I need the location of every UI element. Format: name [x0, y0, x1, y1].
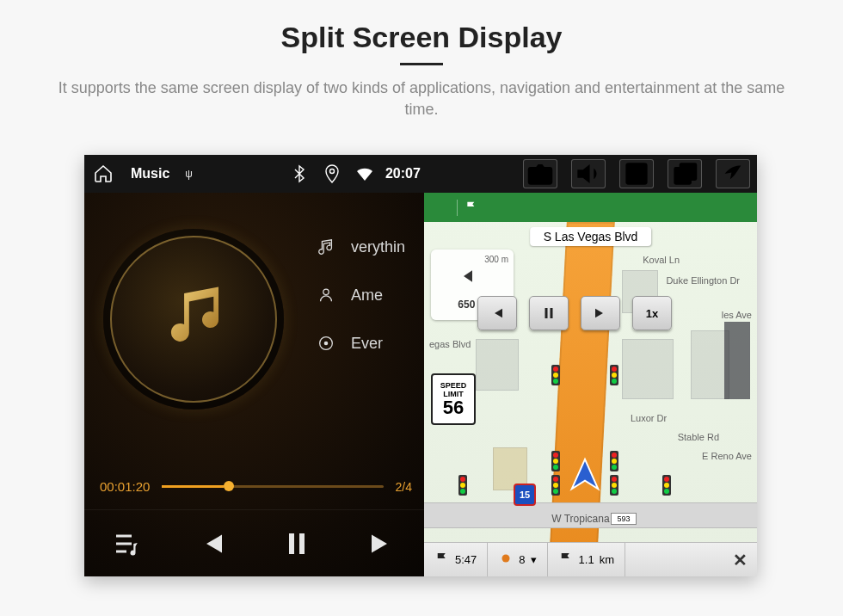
progress-thumb[interactable] — [224, 481, 234, 491]
speed-label-1: SPEED — [440, 381, 467, 390]
music-pane: verythin Ame Ever 00:01:20 2/4 — [84, 193, 424, 576]
traffic-light-icon — [458, 475, 467, 496]
music-controls — [84, 509, 424, 576]
eta-value: 5:47 — [455, 553, 477, 566]
sim-speed-button[interactable]: 1x — [632, 296, 672, 330]
traffic-light-icon — [551, 365, 560, 385]
title-underline — [400, 63, 443, 65]
svg-rect-12 — [551, 308, 553, 318]
street-label: Duke Ellington Dr — [666, 275, 740, 286]
track-label: verythin — [351, 238, 405, 256]
page-subtitle: It supports the same screen display of t… — [0, 77, 843, 120]
traffic-light-icon — [610, 365, 618, 385]
traffic-light-icon — [610, 475, 618, 496]
turn-sub-dist: 300 — [484, 255, 499, 264]
turn-main-dist: 650 — [458, 299, 475, 311]
progress-track[interactable] — [162, 485, 383, 488]
current-road-label: S Las Vegas Blvd — [530, 227, 652, 246]
status-bar: Music ψ 20:07 — [84, 155, 757, 193]
recent-apps-button[interactable] — [668, 159, 702, 188]
track-list: verythin Ame Ever — [315, 237, 417, 353]
lane-icon — [436, 200, 450, 216]
sim-playback-controls: 1x — [477, 296, 672, 330]
chevron-down-icon: ▾ — [531, 553, 537, 566]
svg-point-13 — [502, 555, 510, 563]
track-item[interactable]: Ever — [315, 334, 417, 353]
svg-rect-10 — [299, 533, 305, 554]
flag-icon — [558, 551, 574, 569]
map-bottom-bar: 5:47 8 ▾ 1.1 km ✕ — [424, 542, 757, 576]
street-label: Stable Rd — [678, 432, 719, 442]
traffic-light-icon — [551, 451, 560, 471]
traffic-light-icon — [662, 475, 671, 496]
map-close-button[interactable]: ✕ — [723, 543, 757, 576]
screenshot-button[interactable] — [523, 159, 557, 188]
distance-value: 1.1 — [579, 553, 594, 566]
person-icon — [315, 286, 337, 305]
street-label: les Ave — [722, 310, 752, 320]
close-icon: ✕ — [733, 550, 748, 570]
building-icon — [622, 339, 674, 399]
exit-number: 593 — [611, 513, 637, 525]
playlist-button[interactable] — [102, 520, 151, 568]
speed-value: 56 — [443, 398, 464, 417]
close-app-button[interactable] — [619, 159, 654, 188]
traffic-light-icon — [551, 475, 560, 496]
highway-shield: 15 — [514, 484, 536, 506]
note-icon — [315, 237, 337, 256]
location-icon — [320, 162, 344, 186]
device-frame: Music ψ 20:07 — [84, 155, 757, 576]
page-title: Split Screen Display — [0, 0, 843, 54]
progress-bar[interactable]: 00:01:20 2/4 — [100, 479, 412, 494]
gps-cursor-icon — [565, 456, 605, 499]
map-topbar — [424, 193, 757, 222]
sim-pause-button[interactable] — [529, 296, 569, 330]
track-item[interactable]: Ame — [315, 286, 417, 305]
flag-icon — [465, 200, 478, 216]
street-label: egas Blvd — [429, 339, 471, 349]
pause-button[interactable] — [273, 520, 321, 568]
back-button[interactable] — [716, 159, 750, 188]
bluetooth-icon — [287, 162, 311, 186]
flag-icon — [434, 551, 450, 569]
volume-button[interactable] — [571, 159, 606, 188]
track-item[interactable]: verythin — [315, 237, 417, 256]
navigation-pane[interactable]: S Las Vegas Blvd Koval Ln Duke Ellington… — [424, 193, 757, 576]
home-icon[interactable] — [91, 162, 115, 186]
next-button[interactable] — [358, 520, 406, 568]
stops-icon — [498, 551, 514, 569]
target-icon — [315, 334, 337, 353]
svg-point-2 — [535, 171, 545, 181]
svg-rect-9 — [289, 533, 294, 554]
distance-segment[interactable]: 1.1 km — [548, 543, 625, 576]
svg-point-8 — [324, 342, 329, 346]
sim-next-button[interactable] — [581, 296, 620, 330]
album-art[interactable] — [103, 229, 284, 410]
track-label: Ame — [351, 286, 383, 305]
turn-sub-unit: m — [501, 255, 508, 264]
statusbar-time: 20:07 — [385, 166, 421, 182]
street-label: E Reno Ave — [702, 451, 752, 461]
building-icon — [476, 339, 519, 391]
music-note-icon — [153, 277, 235, 362]
previous-button[interactable] — [188, 520, 236, 568]
svg-rect-5 — [680, 163, 698, 181]
turn-left-icon — [455, 259, 489, 297]
svg-rect-3 — [625, 163, 647, 184]
stops-segment[interactable]: 8 ▾ — [488, 543, 547, 576]
street-label: Koval Ln — [643, 255, 680, 265]
track-counter: 2/4 — [396, 480, 412, 494]
track-label: Ever — [351, 335, 383, 353]
svg-point-6 — [323, 289, 329, 294]
elapsed-time: 00:01:20 — [100, 479, 150, 494]
eta-segment[interactable]: 5:47 — [424, 543, 488, 576]
distance-unit: km — [600, 553, 614, 566]
svg-rect-11 — [545, 308, 548, 318]
building-icon — [724, 322, 750, 399]
street-label: Luxor Dr — [631, 413, 667, 423]
svg-point-0 — [329, 169, 334, 174]
sim-prev-button[interactable] — [477, 296, 517, 330]
statusbar-app-label: Music — [131, 166, 169, 182]
usb-icon: ψ — [185, 168, 193, 180]
wifi-icon — [353, 162, 377, 186]
